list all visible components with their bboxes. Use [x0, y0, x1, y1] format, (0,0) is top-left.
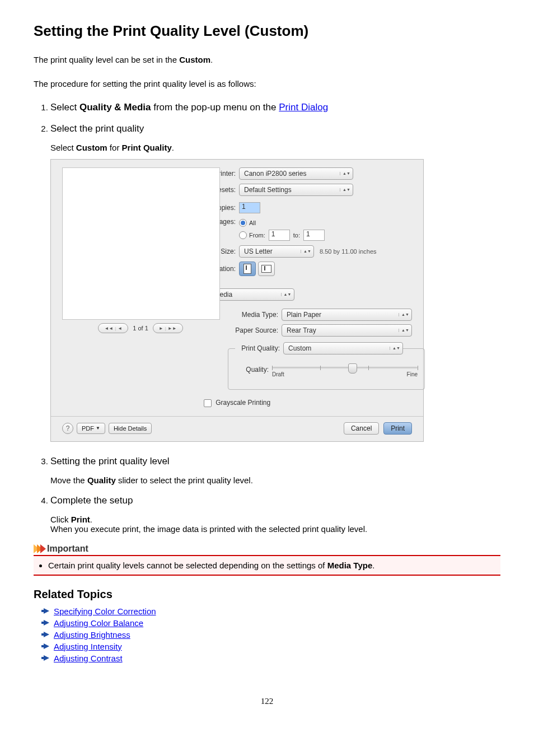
pager-next-last[interactable]: ►|►► — [153, 323, 183, 333]
updown-icon: ▲▼ — [340, 172, 350, 175]
pages-from-input[interactable]: 1 — [269, 230, 290, 241]
important-note: Certain print quality levels cannot be s… — [34, 555, 500, 576]
related-topics-heading: Related Topics — [34, 588, 500, 601]
s2-pre: Select — [50, 143, 76, 152]
papersize-dim: 8.50 by 11.00 inches — [320, 248, 377, 255]
link-color-correction[interactable]: Specifying Color Correction — [54, 606, 156, 616]
intro-1-bold: Custom — [179, 55, 210, 64]
pages-to-input[interactable]: 1 — [303, 230, 325, 241]
arrow-icon — [44, 620, 49, 626]
important-heading-text: Important — [47, 544, 88, 554]
papersource-value: Rear Tray — [287, 326, 316, 334]
chevron-down-icon: ▼ — [96, 426, 100, 431]
step1-mid: from the pop-up menu on the — [151, 102, 279, 113]
pages-range-radio[interactable] — [239, 231, 247, 239]
quality-slider-label: Quality: — [235, 366, 272, 374]
preview-pager: ◄◄|◄ 1 of 1 ►|►► — [62, 323, 219, 333]
intro-1-post: . — [210, 55, 213, 64]
pager-first-prev[interactable]: ◄◄|◄ — [98, 323, 128, 333]
intro-1-pre: The print quality level can be set in th… — [34, 55, 179, 64]
printquality-label: Print Quality: — [235, 344, 283, 352]
step-2: Select the print quality — [50, 123, 144, 134]
mediatype-value: Plain Paper — [287, 311, 321, 319]
grayscale-label: Grayscale Printing — [216, 399, 270, 407]
pages-from-label: From: — [249, 232, 265, 239]
s4-l2: When you execute print, the image data i… — [50, 524, 367, 534]
updown-icon: ▲▼ — [301, 250, 311, 253]
print-button[interactable]: Print — [383, 422, 412, 435]
imp-b: Media Type — [327, 561, 373, 570]
help-button[interactable]: ? — [62, 423, 73, 434]
updown-icon: ▲▼ — [390, 347, 400, 350]
page-number: 122 — [34, 697, 500, 706]
updown-icon: ▲▼ — [281, 293, 292, 296]
portrait-icon — [243, 264, 251, 274]
presets-value: Default Settings — [244, 186, 292, 194]
imp-pre: Certain print quality levels cannot be s… — [48, 561, 327, 570]
updown-icon: ▲▼ — [399, 329, 409, 332]
pages-to-label: to: — [293, 232, 300, 239]
s3-b: Quality — [87, 475, 116, 485]
intro-1: The print quality level can be set in th… — [34, 54, 500, 66]
link-brightness[interactable]: Adjusting Brightness — [54, 630, 130, 640]
intro-2: The procedure for setting the print qual… — [34, 78, 500, 90]
link-intensity[interactable]: Adjusting Intensity — [54, 642, 122, 651]
printquality-select[interactable]: Custom ▲▼ — [283, 342, 403, 354]
page-preview — [62, 167, 220, 320]
slider-tick — [368, 366, 369, 370]
step-2-sub: Select Custom for Print Quality. — [50, 143, 500, 152]
important-icon — [34, 544, 44, 553]
mediatype-select[interactable]: Plain Paper ▲▼ — [282, 309, 412, 321]
link-contrast[interactable]: Adjusting Contrast — [54, 654, 123, 663]
cancel-button[interactable]: Cancel — [344, 422, 379, 435]
mediatype-label: Media Type: — [228, 311, 282, 319]
orientation-landscape[interactable] — [258, 262, 275, 276]
s2-b2: Print Quality — [122, 143, 172, 152]
quality-min-label: Draft — [272, 371, 284, 377]
papersize-value: US Letter — [244, 248, 273, 255]
imp-post: . — [372, 561, 374, 570]
s2-mid: for — [107, 143, 122, 152]
slider-track — [272, 367, 418, 369]
pdf-label: PDF — [82, 425, 94, 432]
pdf-menu[interactable]: PDF▼ — [77, 423, 105, 434]
papersource-select[interactable]: Rear Tray ▲▼ — [282, 324, 412, 337]
printer-value: Canon iP2800 series — [244, 170, 306, 178]
important-heading: Important — [34, 544, 500, 554]
arrow-icon — [44, 608, 49, 614]
quality-max-label: Fine — [407, 371, 418, 377]
hide-details-button[interactable]: Hide Details — [109, 423, 152, 434]
arrow-icon — [44, 643, 49, 649]
s4-l1-pre: Click — [50, 515, 71, 524]
s4-l1-post: . — [90, 515, 92, 524]
pages-all-label: All — [249, 220, 256, 226]
step1-pre: Select — [50, 102, 79, 113]
slider-tick — [320, 366, 321, 370]
updown-icon: ▲▼ — [399, 313, 409, 316]
print-quality-group: Print Quality: Custom ▲▼ Quality: — [228, 342, 425, 390]
step-3-sub: Move the Quality slider to select the pr… — [50, 475, 500, 485]
printquality-value: Custom — [288, 344, 311, 352]
page-title: Setting the Print Quality Level (Custom) — [34, 22, 500, 40]
landscape-icon — [261, 265, 271, 273]
s2-b1: Custom — [76, 143, 107, 152]
link-color-balance[interactable]: Adjusting Color Balance — [54, 618, 143, 628]
step-4: Complete the setup — [50, 495, 133, 506]
step1-bold: Quality & Media — [79, 102, 151, 113]
print-dialog-link[interactable]: Print Dialog — [279, 102, 328, 113]
papersize-select[interactable]: US Letter ▲▼ — [239, 245, 314, 258]
grayscale-checkbox[interactable] — [204, 399, 212, 407]
pager-text: 1 of 1 — [133, 325, 148, 332]
step-1: Select Quality & Media from the pop-up m… — [50, 102, 328, 113]
related-topics-list: Specifying Color Correction Adjusting Co… — [34, 606, 500, 663]
step-3: Setting the print quality level — [50, 456, 170, 466]
pages-all-radio[interactable] — [239, 219, 247, 227]
quality-slider[interactable]: Draft Fine — [272, 361, 418, 378]
copies-input[interactable]: 1 — [239, 202, 260, 213]
presets-select[interactable]: Default Settings ▲▼ — [239, 184, 353, 196]
printer-select[interactable]: Canon iP2800 series ▲▼ — [239, 167, 353, 180]
orientation-portrait[interactable] — [239, 262, 256, 276]
s3-post: slider to select the print quality level… — [116, 475, 253, 485]
s3-pre: Move the — [50, 475, 87, 485]
step-4-sub: Click Print. When you execute print, the… — [50, 515, 500, 534]
